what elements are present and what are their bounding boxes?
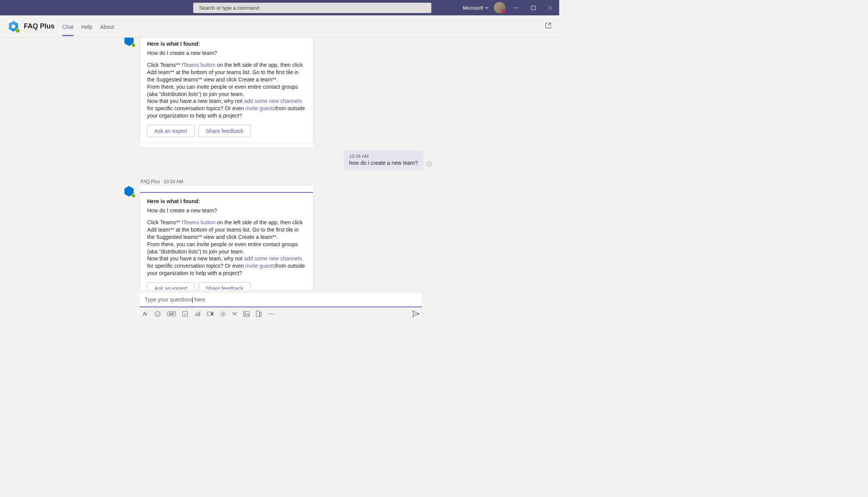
chevron-down-icon bbox=[485, 5, 489, 11]
link-add-channels[interactable]: add some new channels bbox=[244, 98, 302, 104]
bot-time: 10:34 AM bbox=[164, 179, 183, 184]
t: Now that you have a new team, why not bbox=[147, 255, 244, 262]
app-tabbar: FAQ Plus Chat Help About bbox=[0, 15, 559, 38]
bot-message: Here is what I found: How do I create a … bbox=[123, 38, 313, 147]
card-body: Click Teams** !Teams button on the left … bbox=[147, 61, 306, 119]
svg-point-4 bbox=[158, 313, 159, 314]
card-heading: Here is what I found: bbox=[147, 198, 306, 204]
poll-icon[interactable] bbox=[194, 311, 200, 317]
ask-expert-button[interactable]: Ask an expert bbox=[147, 282, 195, 290]
ask-expert-button[interactable]: Ask an expert bbox=[147, 125, 195, 137]
svg-point-7 bbox=[186, 313, 186, 314]
svg-point-11 bbox=[245, 312, 246, 313]
svg-point-16 bbox=[273, 313, 274, 314]
bot-message: FAQ Plus 10:34 AM Here is what I found: … bbox=[123, 179, 313, 290]
svg-point-9 bbox=[222, 313, 224, 315]
t: Click Teams** ! bbox=[147, 62, 183, 68]
link-add-channels[interactable]: add some new channels bbox=[244, 255, 302, 262]
bot-avatar bbox=[123, 185, 135, 197]
app-logo bbox=[8, 21, 19, 32]
emoji-icon[interactable] bbox=[154, 311, 161, 317]
user-message-text: how do i create a new team? bbox=[349, 160, 418, 166]
search-input[interactable]: Search or type a command bbox=[193, 3, 431, 13]
bot-name: FAQ Plus bbox=[141, 179, 160, 184]
org-label: Microsoft bbox=[463, 5, 483, 11]
weather-icon[interactable] bbox=[220, 311, 226, 317]
t: for specific conversation topics? Or eve… bbox=[147, 105, 245, 111]
news-icon[interactable] bbox=[256, 311, 262, 317]
link-teams-button[interactable]: Teams button bbox=[183, 62, 215, 68]
chat-area[interactable]: Here is what I found: How do I create a … bbox=[0, 38, 559, 290]
org-switcher[interactable]: Microsoft bbox=[463, 5, 489, 11]
gif-icon[interactable]: GIF bbox=[167, 311, 176, 316]
search-placeholder: Search or type a command bbox=[199, 5, 259, 11]
svg-point-14 bbox=[268, 313, 269, 314]
message-input[interactable]: Type your questions here bbox=[139, 293, 422, 307]
svg-point-1 bbox=[427, 162, 431, 166]
placeholder-part1: Type your questions bbox=[145, 297, 193, 303]
wikipedia-icon[interactable]: W bbox=[232, 311, 237, 317]
link-invite-guests[interactable]: invite guests bbox=[245, 105, 275, 111]
format-icon[interactable] bbox=[142, 311, 148, 317]
t: Now that you have a new team, why not bbox=[147, 98, 244, 104]
t: From there, you can invite people or eve… bbox=[147, 84, 298, 97]
svg-rect-5 bbox=[183, 311, 188, 316]
t: Click Teams** ! bbox=[147, 219, 183, 225]
svg-rect-8 bbox=[207, 312, 211, 316]
bot-card: Here is what I found: How do I create a … bbox=[140, 38, 313, 147]
more-icon[interactable] bbox=[268, 313, 275, 315]
stream-icon[interactable] bbox=[207, 311, 214, 317]
bot-card: Here is what I found: How do I create a … bbox=[140, 186, 313, 290]
svg-point-2 bbox=[155, 311, 160, 316]
link-teams-button[interactable]: Teams button bbox=[183, 219, 215, 225]
card-body: Click Teams** !Teams button on the left … bbox=[147, 219, 306, 277]
card-question: How do I create a new team? bbox=[147, 207, 306, 214]
tab-help[interactable]: Help bbox=[78, 17, 96, 36]
compose-area: Type your questions here GIF W bbox=[139, 293, 422, 317]
maximize-button[interactable] bbox=[528, 2, 539, 13]
card-heading: Here is what I found: bbox=[147, 41, 306, 47]
app-name: FAQ Plus bbox=[24, 22, 55, 30]
close-button[interactable] bbox=[545, 2, 556, 13]
svg-rect-12 bbox=[256, 311, 260, 316]
placeholder-part2: here bbox=[194, 297, 205, 303]
sticker-icon[interactable] bbox=[182, 311, 188, 317]
link-invite-guests[interactable]: invite guests bbox=[245, 263, 275, 269]
tab-chat[interactable]: Chat bbox=[58, 17, 78, 36]
titlebar-right: Microsoft bbox=[463, 2, 556, 13]
svg-point-3 bbox=[156, 313, 157, 314]
sent-status-icon bbox=[426, 161, 432, 168]
share-feedback-button[interactable]: Share feedback bbox=[199, 282, 251, 290]
user-avatar[interactable] bbox=[494, 2, 505, 13]
t: for specific conversation topics? Or eve… bbox=[147, 263, 245, 269]
bot-avatar bbox=[123, 38, 135, 47]
t: From there, you can invite people or eve… bbox=[147, 241, 298, 255]
bot-message-meta: FAQ Plus 10:34 AM bbox=[141, 179, 313, 184]
compose-toolbar: GIF W bbox=[139, 307, 422, 317]
user-message[interactable]: 10:34 AM how do i create a new team? bbox=[344, 151, 423, 170]
svg-rect-13 bbox=[260, 312, 261, 316]
minimize-button[interactable] bbox=[511, 2, 522, 13]
text-cursor-icon bbox=[192, 297, 193, 303]
image-icon[interactable] bbox=[243, 311, 250, 317]
popout-button[interactable] bbox=[545, 22, 552, 30]
svg-rect-0 bbox=[532, 6, 535, 10]
svg-point-15 bbox=[271, 313, 272, 314]
share-feedback-button[interactable]: Share feedback bbox=[199, 125, 251, 137]
card-question: How do I create a new team? bbox=[147, 50, 306, 56]
send-button[interactable] bbox=[412, 310, 420, 317]
user-message-time: 10:34 AM bbox=[349, 154, 418, 159]
tab-about[interactable]: About bbox=[96, 17, 118, 36]
title-bar: Search or type a command Microsoft bbox=[0, 0, 559, 15]
svg-point-6 bbox=[184, 313, 185, 314]
